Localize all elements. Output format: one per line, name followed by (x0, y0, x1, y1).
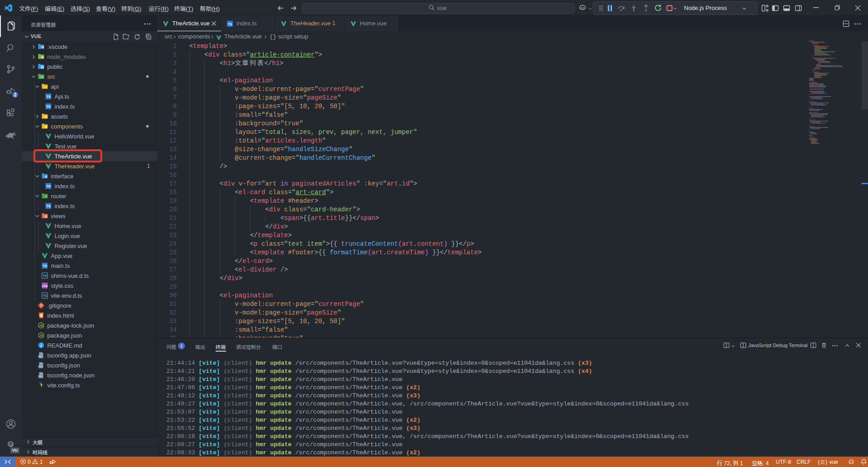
svg-text:TS: TS (228, 22, 232, 26)
svg-text:TS: TS (43, 274, 47, 277)
svg-text:TS: TS (46, 105, 51, 109)
svg-text:TS: TS (46, 204, 51, 208)
svg-text:JS: JS (39, 324, 43, 327)
svg-text:TS: TS (46, 184, 51, 188)
svg-text:TS: TS (38, 365, 42, 368)
svg-text:JS: JS (39, 334, 43, 337)
svg-text:TS: TS (38, 355, 42, 358)
svg-text:TS: TS (38, 375, 42, 378)
svg-text:CSS: CSS (42, 285, 47, 287)
svg-text:TS: TS (43, 294, 47, 297)
svg-text:TS: TS (42, 264, 47, 268)
svg-text:TS: TS (46, 95, 51, 99)
